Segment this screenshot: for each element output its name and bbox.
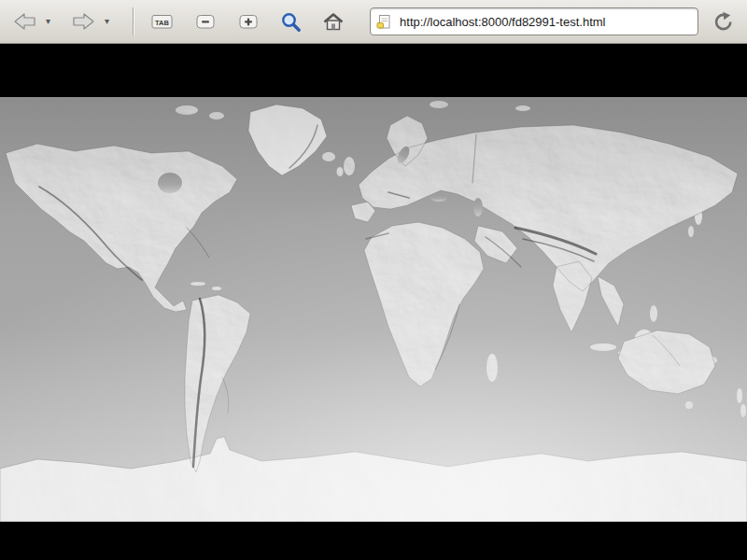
zoom-out-button[interactable] (191, 9, 219, 34)
forward-history-dropdown[interactable]: ▾ (99, 14, 112, 29)
tab-button[interactable]: TAB (148, 9, 176, 34)
world-relief-map (0, 97, 747, 522)
browser-toolbar: ▾ ▾ TAB (0, 0, 747, 44)
svg-text:TAB: TAB (155, 19, 169, 27)
home-button[interactable] (319, 9, 347, 35)
browser-window: ▾ ▾ TAB (0, 0, 747, 560)
forward-button[interactable] (68, 9, 99, 34)
toolbar-separator (133, 7, 134, 35)
search-button[interactable] (277, 8, 304, 35)
back-arrow-icon (12, 12, 37, 31)
search-icon (280, 11, 302, 33)
forward-arrow-icon (71, 12, 96, 31)
chevron-down-icon: ▾ (105, 17, 109, 26)
url-bar[interactable] (370, 7, 698, 35)
reload-button[interactable] (710, 8, 738, 35)
zoom-in-icon (237, 12, 260, 31)
zoom-out-icon (194, 12, 217, 31)
tab-icon: TAB (150, 12, 174, 31)
url-input[interactable] (398, 14, 692, 30)
reload-icon (712, 11, 735, 33)
zoom-in-button[interactable] (234, 9, 262, 34)
page-icon (376, 14, 392, 30)
back-group: ▾ (9, 9, 53, 34)
home-icon (322, 12, 345, 32)
top-shade (0, 97, 747, 218)
chevron-down-icon: ▾ (46, 17, 50, 26)
back-history-dropdown[interactable]: ▾ (40, 14, 53, 29)
back-button[interactable] (9, 9, 40, 34)
forward-group: ▾ (68, 9, 112, 34)
browser-viewport (0, 44, 747, 560)
